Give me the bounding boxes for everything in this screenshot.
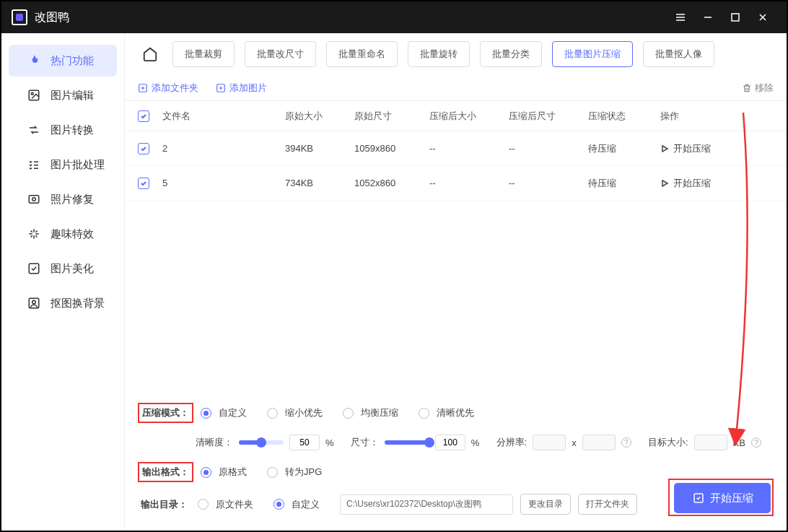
help-icon[interactable]: ? xyxy=(621,437,631,448)
content: 批量裁剪 批量改尺寸 批量重命名 批量旋转 批量分类 批量图片压缩 批量抠人像 … xyxy=(124,33,787,531)
dim-input[interactable] xyxy=(435,435,465,450)
home-button[interactable] xyxy=(138,42,162,66)
table-row: 5 734KB 1052x860 -- -- 待压缩 开始压缩 xyxy=(125,166,787,201)
sidebar-item-effects[interactable]: 趣味特效 xyxy=(9,218,117,250)
sidebar-label: 图片编辑 xyxy=(51,89,94,103)
output-custom[interactable]: 自定义 xyxy=(273,498,320,511)
dim-label: 尺寸： xyxy=(351,436,379,449)
cell-size: 394KB xyxy=(285,143,354,154)
sidebar-item-repair[interactable]: 照片修复 xyxy=(9,183,117,215)
th-status: 压缩状态 xyxy=(588,110,660,123)
flame-icon xyxy=(26,53,42,69)
th-action: 操作 xyxy=(660,110,774,123)
app-title: 改图鸭 xyxy=(35,10,69,25)
sparkle-icon xyxy=(26,226,42,242)
tool-resize[interactable]: 批量改尺寸 xyxy=(245,41,316,67)
output-label: 输出目录： xyxy=(138,496,191,513)
help-icon[interactable]: ? xyxy=(751,437,761,448)
tool-cutout[interactable]: 批量抠人像 xyxy=(643,41,714,67)
sidebar-label: 热门功能 xyxy=(51,54,94,68)
remove-button[interactable]: 移除 xyxy=(742,82,774,95)
res-h-input[interactable] xyxy=(582,435,616,450)
tool-rename[interactable]: 批量重命名 xyxy=(326,41,398,67)
menu-icon[interactable] xyxy=(667,1,694,33)
sidebar-item-cutout[interactable]: 抠图换背景 xyxy=(9,287,117,319)
tool-rotate[interactable]: 批量旋转 xyxy=(408,41,470,67)
sidebar-item-batch[interactable]: 图片批处理 xyxy=(9,149,117,180)
svg-rect-5 xyxy=(29,263,39,274)
sidebar-label: 图片批处理 xyxy=(51,158,105,172)
output-original[interactable]: 原文件夹 xyxy=(198,498,253,511)
add-image-label: 添加图片 xyxy=(229,82,267,95)
sidebar-label: 图片美化 xyxy=(51,262,94,276)
mode-shrink[interactable]: 缩小优先 xyxy=(267,406,323,419)
tool-crop[interactable]: 批量裁剪 xyxy=(172,41,235,67)
svg-rect-3 xyxy=(29,196,39,204)
toolbar: 批量裁剪 批量改尺寸 批量重命名 批量旋转 批量分类 批量图片压缩 批量抠人像 xyxy=(125,33,787,75)
row-action-label: 开始压缩 xyxy=(673,142,711,155)
dim-slider[interactable] xyxy=(385,440,429,445)
th-size: 原始大小 xyxy=(285,110,354,123)
maximize-button[interactable] xyxy=(722,1,749,33)
select-all-checkbox[interactable] xyxy=(138,110,149,122)
batch-icon xyxy=(26,157,42,173)
bottom-panel: 压缩模式： 自定义 缩小优先 均衡压缩 清晰优先 清晰度： % 尺寸： % 分辨… xyxy=(125,390,787,531)
cell-after-dim: -- xyxy=(509,143,588,154)
row-checkbox[interactable] xyxy=(138,143,149,154)
start-compress-button[interactable]: 开始压缩 xyxy=(674,483,771,513)
cell-size: 734KB xyxy=(285,178,354,188)
clarity-input[interactable] xyxy=(289,435,320,450)
cell-status: 待压缩 xyxy=(588,142,660,155)
tool-classify[interactable]: 批量分类 xyxy=(480,41,542,67)
change-dir-button[interactable]: 更改目录 xyxy=(520,494,571,515)
target-size-input[interactable] xyxy=(694,435,727,450)
row-start-compress[interactable]: 开始压缩 xyxy=(660,142,774,155)
row-checkbox[interactable] xyxy=(138,178,149,189)
sidebar-label: 抠图换背景 xyxy=(51,297,105,310)
mode-custom[interactable]: 自定义 xyxy=(201,406,247,419)
cell-status: 待压缩 xyxy=(588,177,660,190)
row-start-compress[interactable]: 开始压缩 xyxy=(660,177,774,190)
table-row: 2 394KB 1059x860 -- -- 待压缩 开始压缩 xyxy=(125,131,787,166)
table-header: 文件名 原始大小 原始尺寸 压缩后大小 压缩后尺寸 压缩状态 操作 xyxy=(125,101,787,131)
cell-after-dim: -- xyxy=(509,178,588,188)
mode-label: 压缩模式： xyxy=(138,403,193,423)
output-path-input[interactable] xyxy=(340,494,513,515)
th-after-size: 压缩后大小 xyxy=(429,110,509,123)
minimize-button[interactable] xyxy=(694,1,722,33)
tool-compress[interactable]: 批量图片压缩 xyxy=(552,41,633,67)
svg-point-4 xyxy=(32,198,36,201)
close-button[interactable] xyxy=(749,1,776,33)
clarity-slider[interactable] xyxy=(239,440,284,445)
format-original[interactable]: 原格式 xyxy=(201,466,247,479)
remove-label: 移除 xyxy=(755,82,774,95)
sidebar-label: 照片修复 xyxy=(51,193,94,206)
svg-point-2 xyxy=(31,92,33,95)
sidebar-item-beautify[interactable]: 图片美化 xyxy=(9,253,117,284)
cell-dim: 1059x860 xyxy=(354,143,429,154)
format-jpg[interactable]: 转为JPG xyxy=(267,466,322,479)
mode-balance[interactable]: 均衡压缩 xyxy=(343,406,398,419)
cell-name: 5 xyxy=(162,178,285,188)
add-folder-label: 添加文件夹 xyxy=(152,82,198,95)
repair-icon xyxy=(26,191,42,207)
target-label: 目标大小: xyxy=(648,436,688,449)
format-label: 输出格式： xyxy=(138,462,193,482)
cell-dim: 1052x860 xyxy=(354,178,429,188)
sidebar-label: 图片转换 xyxy=(51,123,94,137)
res-w-input[interactable] xyxy=(533,435,566,450)
open-dir-button[interactable]: 打开文件夹 xyxy=(578,494,637,515)
clarity-label: 清晰度： xyxy=(196,436,233,449)
cell-after-size: -- xyxy=(429,178,509,188)
add-row: 添加文件夹 添加图片 移除 xyxy=(125,75,787,101)
sidebar-item-edit[interactable]: 图片编辑 xyxy=(9,79,117,111)
th-after-dim: 压缩后尺寸 xyxy=(509,110,588,123)
sidebar-item-convert[interactable]: 图片转换 xyxy=(9,114,117,146)
convert-icon xyxy=(26,122,42,138)
row-action-label: 开始压缩 xyxy=(673,177,711,190)
add-folder-button[interactable]: 添加文件夹 xyxy=(138,82,198,95)
sidebar-item-hot[interactable]: 热门功能 xyxy=(9,45,117,77)
titlebar: 改图鸭 xyxy=(1,1,787,33)
mode-clarity[interactable]: 清晰优先 xyxy=(419,406,474,419)
add-image-button[interactable]: 添加图片 xyxy=(216,82,267,95)
